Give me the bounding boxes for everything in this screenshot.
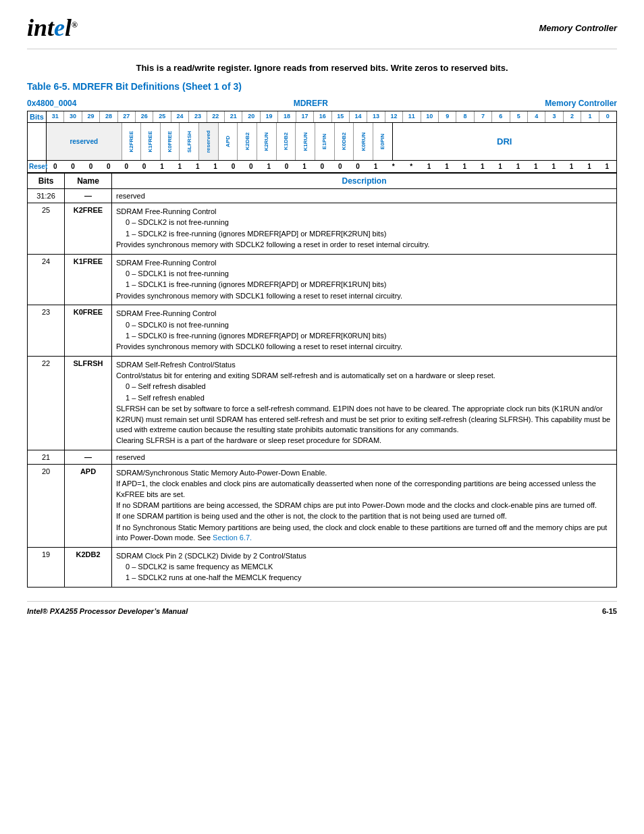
bit-number-11: 11 [403,111,421,122]
reset-val-10: 0 [225,161,242,172]
desc-cell: SDRAM Free-Running Control0 – SDCLK2 is … [112,203,617,255]
field-k1run: K1RUN [296,123,315,160]
reset-val-5: 0 [136,161,153,172]
desc-line: 1 – Self refresh enabled [116,393,612,403]
reset-val-4: 0 [118,161,136,172]
description-header: Description [112,174,617,189]
field-k1db2: K1DB2 [277,123,296,160]
bit-number-5: 5 [510,111,528,122]
bit-number-12: 12 [385,111,403,122]
bit-number-24: 24 [171,111,189,122]
desc-line: SDRAM Self-Refresh Control/Status [116,360,612,370]
bit-number-27: 27 [118,111,136,122]
reset-label: Reset [28,161,47,172]
bit-number-20: 20 [242,111,260,122]
k1free-label: K1FREE [147,131,153,153]
desc-line: If one SDRAM partition is being used and… [116,511,612,521]
reset-val-16: 0 [331,161,349,172]
reset-val-7: 1 [171,161,189,172]
desc-line: SDRAM/Synchronous Static Memory Auto-Pow… [116,468,612,478]
field-e0pin: E0PIN [373,123,393,160]
name-cell: K2DB2 [65,547,112,587]
name-cell: K2FREE [65,203,112,255]
desc-line: SDRAM Free-Running Control [116,309,612,319]
k2db2-label: K2DB2 [244,132,250,150]
k0run-label: K0RUN [360,132,367,151]
apd-label: APD [225,136,231,147]
reset-val-20: * [403,161,421,172]
section-title: Memory Controller [539,23,617,33]
bit-number-10: 10 [421,111,439,122]
field-slfrsh: SLFRSH [180,123,199,160]
table-title: Table 6-5. MDREFR Bit Definitions (Sheet… [27,81,617,92]
reset-val-18: 1 [367,161,385,172]
reset-values: 0000001111001010001**11111111111 [47,161,616,172]
bits-cell: 23 [28,305,65,357]
bit-number-28: 28 [100,111,117,122]
reserved-label: reserved [70,138,98,145]
field-cells: reserved K2FREE K1FREE K0FREE SLFRSH res… [47,123,616,160]
bit-number-19: 19 [261,111,278,122]
field-k2free: K2FREE [122,123,142,160]
reg-name: MDREFR [294,99,328,108]
bits-cell: 31:26 [28,189,65,203]
reg-label-spacer [28,123,47,160]
desc-line: 1 – SDCLK2 runs at one-half the MEMCLK f… [116,573,612,583]
name-cell: — [65,450,112,464]
desc-line: 0 – SDCLK1 is not free-running [116,269,612,279]
bits-header: Bits [28,174,65,189]
reset-val-11: 0 [242,161,260,172]
slfrsh-label: SLFRSH [186,131,192,153]
dri-label: DRI [497,136,512,147]
bit-number-2: 2 [564,111,581,122]
bit-number-cells: 3130292827262524232221201918171615141312… [47,111,616,122]
reset-val-0: 0 [47,161,64,172]
bit-label-text: Bits [30,113,44,121]
bit-number-13: 13 [367,111,385,122]
bit-number-16: 16 [314,111,331,122]
reset-val-27: 1 [527,161,545,172]
desc-line: If APD=1, the clock enables and clock pi… [116,479,612,500]
bit-label: Bits [28,111,47,122]
bit-number-17: 17 [296,111,314,122]
reset-val-12: 1 [261,161,278,172]
bits-cell: 19 [28,547,65,587]
table-row: 20APDSDRAM/Synchronous Static Memory Aut… [28,464,617,547]
page-header: intel® Memory Controller [27,14,617,49]
reset-row: Reset 0000001111001010001**11111111111 [28,161,616,172]
page-footer: Intel® PXA255 Processor Developer’s Manu… [27,601,617,615]
desc-cell: reserved [112,450,617,464]
bit-number-21: 21 [225,111,242,122]
k0db2-label: K0DB2 [341,132,347,150]
desc-cell: SDRAM Free-Running Control0 – SDCLK1 is … [112,254,617,305]
table-row: 23K0FREESDRAM Free-Running Control0 – SD… [28,305,617,357]
bits-cell: 22 [28,356,65,450]
bit-number-3: 3 [545,111,563,122]
reset-val-29: 1 [563,161,581,172]
field-reserved2: reserved [199,123,219,160]
name-cell: K1FREE [65,254,112,305]
bit-number-30: 30 [64,111,82,122]
reset-val-21: 1 [421,161,438,172]
desc-line: Clearing SLFRSH is a part of the hardwar… [116,436,612,446]
field-dri: DRI [393,123,617,160]
section-link: Section 6.7. [213,533,252,542]
bits-cell: 20 [28,464,65,547]
table-row: 24K1FREESDRAM Free-Running Control0 – SD… [28,254,617,305]
reset-val-30: 1 [581,161,598,172]
logo-text: int [27,14,54,41]
name-cell: K0FREE [65,305,112,357]
bits-cell: 21 [28,450,65,464]
bit-number-18: 18 [278,111,296,122]
desc-line: Provides synchronous memory with SDCLK0 … [116,342,612,352]
k2free-label: K2FREE [128,131,134,153]
reset-val-6: 1 [153,161,171,172]
desc-line: If no Synchronous Static Memory partitio… [116,523,612,544]
desc-cell: SDRAM Free-Running Control0 – SDCLK0 is … [112,305,617,357]
desc-cell: SDRAM Self-Refresh Control/StatusControl… [112,356,617,450]
bit-number-26: 26 [136,111,153,122]
bit-numbers-row: Bits 31302928272625242322212019181716151… [28,111,616,123]
k1run-label: K1RUN [302,132,308,151]
reserved2-label: reserved [205,130,211,153]
table-row: 19K2DB2SDRAM Clock Pin 2 (SDCLK2) Divide… [28,547,617,587]
